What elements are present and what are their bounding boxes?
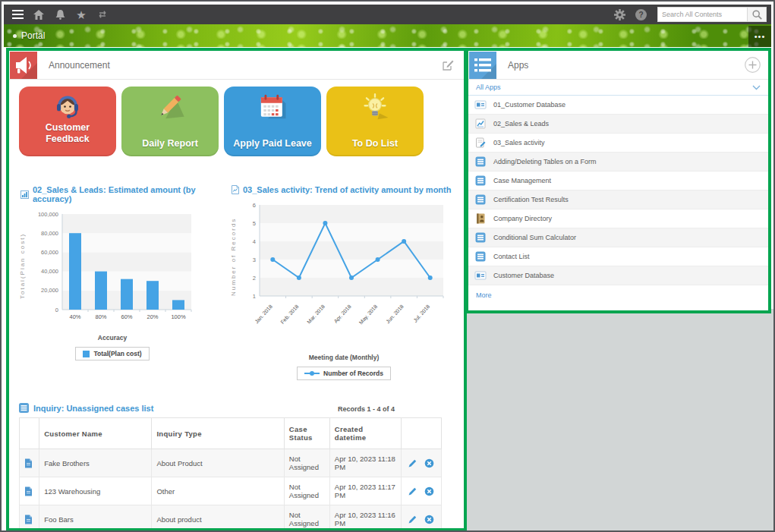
announcement-title: Announcement [49,60,439,71]
point-jul-2018 [428,275,433,280]
cell-inquiry_type: About Product [152,449,284,477]
column-header-inquiry-type[interactable]: Inquiry Type [152,418,284,449]
svg-text:80%: 80% [95,313,106,320]
add-app-button[interactable] [744,57,761,74]
inquiry-title-link[interactable]: Inquiry: Unassigned cases list [19,403,338,413]
app-item-adding-deleting-tables-on-a-form[interactable]: Adding/Deleting Tables on a Form [468,153,768,172]
point-jun-2018 [402,239,406,244]
card-app-icon [474,99,487,111]
shortcut-tiles: Customer FeedbackDaily ReportApply Paid … [19,87,464,156]
apps-filter-label: All Apps [476,83,752,91]
book-app-icon [474,212,487,225]
menu-icon[interactable] [8,7,27,22]
doc-app-icon [474,137,487,149]
table-app-icon [474,156,487,168]
chart-plot-area: 020,00040,00060,00080,000100,00040%80%60… [26,208,199,360]
app-item-contact-list[interactable]: Contact List [468,247,768,266]
inquiry-table-head: Customer NameInquiry TypeCase StatusCrea… [20,418,442,449]
y-axis-label: Number of Records [230,203,237,310]
bar-100 [172,300,184,310]
line-chart-widget: 03_Sales activity: Trend of activity amo… [230,156,462,380]
app-item-label: 01_Customer Database [493,101,565,109]
app-item-case-management[interactable]: Case Management [468,172,768,190]
column-header-created-datetime[interactable]: Created datetime [329,418,401,449]
bar-chart-title-link[interactable]: 02_Sales & Leads: Estimated amount (by a… [20,185,230,203]
app-item-conditional-sum-calculator[interactable]: Conditional Sum Calculator [468,228,768,247]
record-file-icon[interactable] [24,515,34,524]
line-chart-body: Number of Records123456Jan. 2018Feb. 201… [230,199,462,380]
line-chart-title-link[interactable]: 03_Sales activity: Trend of activity amo… [232,185,462,194]
cell-customer_name: Fake Brothers [39,449,152,477]
edit-record-icon[interactable] [408,486,417,496]
svg-text:Jan. 2018: Jan. 2018 [254,304,273,325]
bar-chart-body: Total(Plan cost)020,00040,00060,00080,00… [19,208,230,360]
card-app-icon [474,269,487,282]
app-item-label: Case Management [493,177,551,184]
edit-record-icon[interactable] [408,515,417,524]
notifications-bell-icon[interactable] [51,7,69,22]
svg-text:4: 4 [253,238,256,245]
tile-apply-paid-leave[interactable]: Apply Paid Leave [224,87,321,156]
app-item-label: Company Directory [493,215,552,222]
record-file-icon[interactable] [24,458,34,468]
help-icon[interactable]: ? [632,7,650,22]
icon-column-header [20,418,39,449]
y-axis-label: Total(Plan cost) [19,212,26,319]
tile-label: Apply Paid Leave [228,138,317,150]
app-item-customer-database[interactable]: Customer Database [468,266,768,285]
legend-swatch [83,351,90,357]
edit-announcement-icon[interactable] [439,57,456,74]
app-item-01-customer-database[interactable]: 01_Customer Database [468,96,768,115]
refresh-icon[interactable] [93,7,112,22]
app-item-label: 02_Sales & Leads [493,120,549,127]
settings-gear-icon[interactable] [610,7,629,22]
portal-banner: Portal ••• [4,24,771,47]
bar-40 [69,233,81,310]
app-item-03-sales-activity[interactable]: 03_Sales activity [468,134,768,153]
portal-options-button[interactable]: ••• [748,26,771,47]
svg-text:Jun. 2018: Jun. 2018 [385,304,405,325]
headset-person-icon [52,91,83,123]
announcement-portlet: Announcement Customer FeedbackDaily Repo… [6,48,467,531]
point-may-2018 [376,257,380,262]
app-item-02-sales-leads[interactable]: 02_Sales & Leads [468,115,768,134]
bar-20 [146,281,159,310]
search-box [657,7,767,22]
svg-text:3: 3 [253,257,256,263]
svg-text:100%: 100% [171,313,186,320]
point-jan-2018 [270,257,275,262]
app-item-label: Conditional Sum Calculator [493,234,576,241]
bar-80 [95,272,107,310]
app-item-label: Adding/Deleting Tables on a Form [493,158,596,165]
remove-record-icon[interactable] [424,458,434,468]
apps-filter-dropdown[interactable]: All Apps [468,80,768,96]
apps-portlet: Apps All Apps 01_Customer Database02_Sal… [465,48,771,313]
edit-record-icon[interactable] [408,458,417,468]
tile-to-do-list[interactable]: To Do List [326,87,424,156]
portal-page: ★ ? Portal ••• [0,0,775,532]
favorites-star-icon[interactable]: ★ [72,7,90,22]
apps-more-link[interactable]: More [468,285,499,305]
chart-app-icon [474,118,487,130]
column-header-case-status[interactable]: Case Status [284,418,329,449]
record-file-icon[interactable] [24,486,34,496]
tile-customer-feedback[interactable]: Customer Feedback [19,87,116,156]
remove-record-icon[interactable] [424,515,434,524]
svg-text:2: 2 [253,275,256,282]
app-item-certification-test-results[interactable]: Certification Test Results [468,190,768,209]
cell-case_status: Not Assigned [284,477,329,505]
bar-chart-title: 02_Sales & Leads: Estimated amount (by a… [33,185,230,203]
remove-record-icon[interactable] [424,486,434,496]
tile-daily-report[interactable]: Daily Report [121,87,219,156]
cell-created: Apr 10, 2023 11:17 PM [329,477,401,505]
search-button[interactable] [747,7,767,22]
portal-logo-icon [13,34,17,38]
empty-background-area [465,309,773,530]
column-header-customer-name[interactable]: Customer Name [39,418,152,449]
search-input[interactable] [657,7,747,22]
app-item-company-directory[interactable]: Company Directory [468,209,768,228]
cell-created: Apr 10, 2023 11:16 PM [329,505,401,532]
row-actions [406,458,436,468]
home-icon[interactable] [30,7,48,22]
x-axis-label: Meeting date (Monthly) [309,354,380,361]
